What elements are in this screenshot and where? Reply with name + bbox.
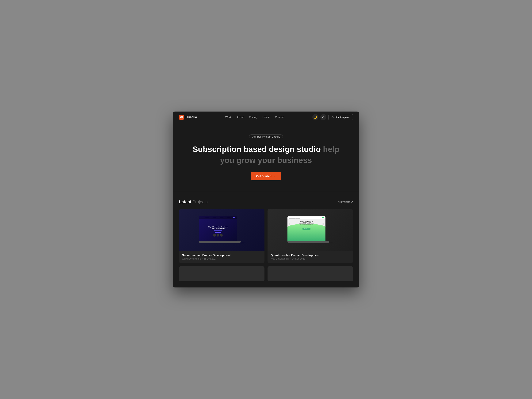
hero-title-bold: Subscription based design studio	[193, 145, 321, 154]
quantum-category: Web Development	[271, 257, 289, 260]
sulkar-info: Sulkar media - Framer Development Web De…	[179, 251, 265, 263]
quantum-cta: Get Started	[303, 228, 310, 230]
nav-about[interactable]: About	[237, 116, 244, 119]
meta-dot	[202, 258, 203, 259]
sulkar-thumbnail: Digital Marketing SolutionsThat Drive Re…	[179, 209, 265, 251]
latest-label: Latest	[179, 200, 191, 204]
quantum-screen: Unlock The Power OfTargeted Sales Discov…	[287, 216, 325, 241]
all-projects-text: All Projects	[338, 200, 350, 203]
laptop-mockup-sulkar: Digital Marketing SolutionsThat Drive Re…	[199, 216, 245, 243]
hero-badge: Unlimited Premium Designs	[249, 134, 283, 139]
quantum-mockup: Unlock The Power OfTargeted Sales Discov…	[267, 209, 353, 251]
meta-dot-2	[291, 258, 291, 259]
projects-muted-label: Projects	[192, 200, 208, 204]
nav-pricing[interactable]: Pricing	[249, 116, 257, 119]
moon-icon: 🌙	[314, 116, 317, 119]
quantum-nav-bar	[287, 216, 325, 219]
quantum-green-bg	[287, 224, 325, 241]
get-started-button[interactable]: Get Started →	[251, 172, 281, 180]
quantum-date: 26 Dec 2023	[292, 257, 305, 260]
quantum-meta: Web Development 26 Dec 2023	[271, 257, 350, 260]
sulkar-accent	[233, 217, 235, 218]
sulkar-mockup: Digital Marketing SolutionsThat Drive Re…	[179, 209, 265, 251]
settings-icon: ⚙	[322, 116, 324, 119]
quantum-info: Quantumsale - Framer Development Web Dev…	[267, 251, 353, 263]
quantum-thumbnail: Unlock The Power OfTargeted Sales Discov…	[267, 209, 353, 251]
sulkar-nav	[199, 217, 237, 217]
cuadro-logo-icon	[179, 115, 184, 120]
logo-area: Cuadro	[179, 115, 197, 120]
nav-work[interactable]: Work	[225, 116, 231, 119]
nav-actions: 🌙 ⚙ Get the template	[312, 114, 353, 120]
projects-grid: Digital Marketing SolutionsThat Drive Re…	[179, 209, 353, 263]
get-template-button[interactable]: Get the template	[328, 114, 353, 120]
laptop-mockup-quantum: Unlock The Power OfTargeted Sales Discov…	[287, 216, 333, 243]
arrow-right-icon: →	[273, 174, 276, 178]
quantum-nav-dots	[289, 216, 300, 219]
hero-subtitle: you grow your business	[179, 156, 353, 165]
projects-section: Latest Projects All Projects ↗	[173, 192, 359, 287]
quantum-laptop-base	[287, 241, 329, 243]
sulkar-meta: Web Development 26 Dec 2023	[182, 257, 261, 260]
logo-text: Cuadro	[185, 115, 197, 119]
project-card-quantum[interactable]: Unlock The Power OfTargeted Sales Discov…	[267, 209, 353, 263]
hero-title: Subscription based design studio help	[179, 145, 353, 154]
projects-header: Latest Projects All Projects ↗	[179, 200, 353, 204]
settings-icon-button[interactable]: ⚙	[320, 114, 326, 120]
bottom-card-1[interactable]	[179, 266, 265, 281]
bottom-card-2[interactable]	[267, 266, 353, 281]
sulkar-category: Web Development	[182, 257, 201, 260]
hero-title-accent: help	[323, 145, 339, 154]
navbar: Cuadro Work About Pricing Latest Contact…	[173, 112, 359, 123]
external-link-icon: ↗	[351, 200, 353, 203]
quantum-name: Quantumsale - Framer Development	[271, 253, 350, 257]
projects-heading: Latest Projects	[179, 200, 208, 204]
bottom-card-2-inner	[267, 266, 353, 281]
quantum-screen-sub: Discover how our platform can helpyou re…	[291, 223, 322, 225]
hero-section: Unlimited Premium Designs Subscription b…	[173, 123, 359, 192]
sulkar-date: 26 Dec 2023	[204, 257, 217, 260]
project-card-sulkar[interactable]: Digital Marketing SolutionsThat Drive Re…	[179, 209, 265, 263]
sulkar-laptop-base	[199, 241, 241, 243]
browser-window: Cuadro Work About Pricing Latest Contact…	[173, 112, 359, 287]
bottom-card-1-inner	[179, 266, 265, 281]
nav-contact[interactable]: Contact	[275, 116, 284, 119]
bottom-cards-row	[179, 266, 353, 281]
sulkar-screen-title: Digital Marketing SolutionsThat Drive Re…	[208, 226, 228, 229]
all-projects-link[interactable]: All Projects ↗	[338, 200, 353, 203]
nav-latest[interactable]: Latest	[262, 116, 270, 119]
get-started-label: Get Started	[256, 174, 272, 178]
moon-icon-button[interactable]: 🌙	[312, 114, 318, 120]
nav-links: Work About Pricing Latest Contact	[225, 115, 284, 119]
sulkar-name: Sulkar media - Framer Development	[182, 253, 261, 257]
sulkar-screen: Digital Marketing SolutionsThat Drive Re…	[199, 216, 237, 241]
